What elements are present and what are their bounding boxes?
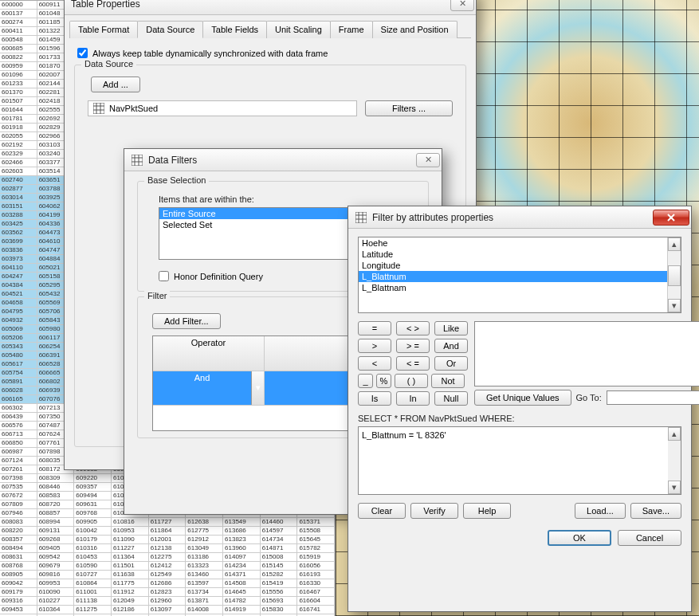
ok-button[interactable]: OK [548, 530, 611, 546]
col-operator[interactable]: Operator [153, 336, 265, 371]
op-is[interactable]: Is [358, 391, 391, 406]
dynamic-sync-checkbox-input[interactable] [77, 48, 88, 58]
honor-def-query-input[interactable] [159, 271, 169, 281]
field-item[interactable]: Latitude [359, 249, 667, 260]
filter-attributes-dialog: Filter by attributes properties Hoehe La… [348, 206, 692, 612]
tab-table-fields[interactable]: Table Fields [202, 21, 267, 38]
source-name: NavPktSued [109, 104, 158, 113]
operator-value: And [153, 371, 251, 406]
scroll-up-icon[interactable]: ▴ [668, 237, 681, 251]
op-percent[interactable]: % [376, 374, 391, 388]
add-filter-button[interactable]: Add Filter... [152, 313, 221, 329]
data-source-group-label: Data Source [81, 59, 136, 69]
svg-rect-10 [355, 212, 367, 223]
tab-data-source[interactable]: Data Source [137, 21, 203, 38]
unique-values-listbox[interactable] [474, 321, 699, 386]
op-paren[interactable]: ( ) [395, 374, 428, 388]
close-icon[interactable]: ✕ [416, 153, 440, 167]
filter-attributes-titlebar[interactable]: Filter by attributes properties [348, 206, 691, 229]
op-lte[interactable]: < = [396, 356, 430, 371]
close-icon[interactable]: ✕ [450, 0, 474, 11]
scroll-down-icon[interactable]: ▾ [668, 299, 681, 312]
get-unique-values-button[interactable]: Get Unique Values [474, 390, 571, 406]
clear-button[interactable]: Clear [358, 503, 406, 519]
table-icon [355, 211, 367, 224]
fields-listbox[interactable]: Hoehe Latitude Longitude L_Blattnum L_Bl… [358, 237, 681, 313]
scrollbar[interactable]: ▴ ▾ [668, 426, 681, 495]
op-in[interactable]: In [396, 391, 430, 406]
close-icon[interactable] [653, 210, 689, 226]
table-properties-title: Table Properties [71, 0, 450, 10]
op-gt[interactable]: > [358, 339, 391, 353]
base-selection-label: Base Selection [144, 175, 209, 185]
table-properties-tabs: Table Format Data Source Table Fields Un… [69, 20, 471, 38]
svg-rect-5 [132, 155, 143, 166]
op-null[interactable]: Null [434, 391, 468, 406]
tab-frame[interactable]: Frame [330, 21, 373, 38]
op-not[interactable]: Not [431, 374, 465, 388]
tab-size-position[interactable]: Size and Position [372, 21, 457, 38]
scroll-down-icon[interactable]: ▾ [668, 481, 681, 494]
save-button[interactable]: Save... [630, 503, 681, 519]
cancel-button[interactable]: Cancel [618, 530, 681, 546]
op-gte[interactable]: > = [396, 339, 430, 353]
op-or[interactable]: Or [434, 356, 468, 371]
op-eq[interactable]: = [358, 321, 391, 335]
load-button[interactable]: Load... [575, 503, 626, 519]
tab-unit-scaling[interactable]: Unit Scaling [266, 21, 331, 38]
operator-cell[interactable]: And ▾ [153, 371, 265, 406]
scrollbar[interactable]: ▴ ▾ [667, 237, 681, 312]
tab-table-format[interactable]: Table Format [69, 21, 138, 38]
field-item-selected[interactable]: L_Blattnum [359, 271, 667, 282]
filter-group-label: Filter [144, 291, 170, 300]
items-within-label: Items that are within the: [159, 194, 422, 204]
field-item[interactable]: Hoehe [359, 237, 667, 249]
op-like[interactable]: Like [434, 321, 468, 335]
table-properties-titlebar[interactable]: Table Properties ✕ [65, 0, 476, 15]
select-from-label: SELECT * FROM NavPktSued WHERE: [358, 414, 681, 423]
chevron-down-icon[interactable]: ▾ [251, 371, 264, 406]
goto-input[interactable] [607, 390, 699, 405]
scrollbar-thumb[interactable] [668, 265, 681, 286]
data-filters-titlebar[interactable]: Data Filters ✕ [124, 149, 442, 171]
dynamic-sync-label: Always keep table dynamically synchroniz… [92, 49, 328, 58]
honor-def-query-label: Honor Definition Query [174, 272, 263, 281]
field-item[interactable]: Longitude [359, 260, 667, 271]
scroll-up-icon[interactable]: ▴ [668, 427, 681, 441]
op-and[interactable]: And [434, 339, 468, 353]
where-textarea[interactable] [358, 426, 668, 495]
table-icon [93, 103, 104, 114]
source-item[interactable]: NavPktSued [88, 100, 357, 116]
filters-button[interactable]: Filters ... [365, 100, 453, 116]
op-underscore[interactable]: _ [358, 374, 373, 388]
op-lt[interactable]: < [358, 356, 391, 371]
svg-rect-0 [93, 103, 104, 114]
data-filters-title: Data Filters [148, 155, 416, 166]
filter-attributes-title: Filter by attributes properties [372, 212, 653, 223]
goto-label: Go To: [576, 393, 602, 402]
field-item[interactable]: L_Blattnam [359, 282, 667, 293]
add-source-button[interactable]: Add ... [91, 77, 140, 92]
table-icon [131, 154, 143, 167]
op-neq[interactable]: < > [396, 321, 430, 335]
verify-button[interactable]: Verify [410, 503, 458, 519]
help-button[interactable]: Help [463, 503, 511, 519]
dynamic-sync-checkbox[interactable]: Always keep table dynamically synchroniz… [77, 48, 463, 58]
